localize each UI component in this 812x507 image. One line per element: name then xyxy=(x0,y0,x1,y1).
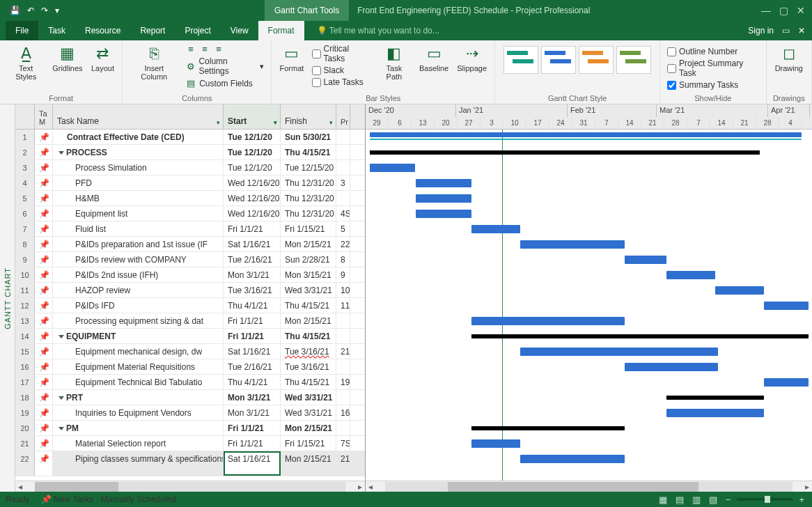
row-number[interactable]: 2 xyxy=(15,145,35,159)
header-predecessors[interactable]: Pr xyxy=(336,104,350,129)
task-mode-cell[interactable]: 📌 xyxy=(35,298,53,313)
qat-dropdown-icon[interactable]: ▾ xyxy=(52,4,62,17)
finish-cell[interactable]: Thu 4/15/21 xyxy=(281,298,336,313)
task-bar[interactable] xyxy=(471,317,625,325)
start-cell[interactable]: Fri 1/1/21 xyxy=(224,421,281,435)
table-row[interactable]: 1📌Contract Effective Date (CED)Tue 12/1/… xyxy=(15,130,365,145)
table-row[interactable]: 17📌Equipment Technical Bid TabulatioThu … xyxy=(15,375,365,390)
row-number[interactable]: 18 xyxy=(15,390,35,405)
scroll-left-icon[interactable]: ◂ xyxy=(15,482,25,492)
collapse-icon[interactable] xyxy=(58,396,64,400)
row-number[interactable]: 20 xyxy=(15,421,35,435)
predecessors-cell[interactable]: 21 xyxy=(336,344,350,359)
predecessors-cell[interactable]: 19 xyxy=(336,375,350,389)
task-name-cell[interactable]: Piping classes summary & specifications xyxy=(53,451,224,476)
start-cell[interactable]: Thu 4/1/21 xyxy=(224,298,281,313)
view-normal-icon[interactable]: ▦ xyxy=(657,494,669,505)
task-name-cell[interactable]: EQUIPMENT xyxy=(53,329,224,343)
predecessors-cell[interactable] xyxy=(336,329,350,343)
table-row[interactable]: 6📌Equipment listWed 12/16/20Thu 12/31/20… xyxy=(15,206,365,221)
predecessors-cell[interactable]: 22 xyxy=(336,237,350,251)
task-bar[interactable] xyxy=(520,455,625,463)
gantt-style-option[interactable] xyxy=(616,46,651,74)
task-bar[interactable] xyxy=(764,302,809,310)
row-number[interactable]: 1 xyxy=(15,130,35,144)
task-bar[interactable] xyxy=(520,348,718,356)
text-styles-button[interactable]: A̲Text Styles xyxy=(6,43,46,82)
tab-view[interactable]: View xyxy=(221,21,258,40)
timescale-header[interactable]: Dec '20Jan '21Feb '21Mar '21Apr '21 2961… xyxy=(366,104,812,130)
drawing-button[interactable]: ◻Drawing xyxy=(772,43,806,74)
row-number[interactable]: 13 xyxy=(15,313,35,328)
table-row[interactable]: 22📌Piping classes summary & specificatio… xyxy=(15,451,365,476)
task-name-cell[interactable]: Equipment list xyxy=(53,206,224,221)
task-name-cell[interactable]: Inquiries to Equipment Vendors xyxy=(53,405,224,420)
zoom-slider[interactable] xyxy=(737,498,793,501)
row-number[interactable]: 16 xyxy=(15,359,35,374)
task-mode-cell[interactable]: 📌 xyxy=(35,145,53,159)
predecessors-cell[interactable] xyxy=(336,359,350,374)
table-row[interactable]: 20📌PMFri 1/1/21Mon 2/15/21 xyxy=(15,421,365,436)
start-cell[interactable]: Mon 3/1/21 xyxy=(224,405,281,420)
chart-scrollbar[interactable]: ◂ ▸ xyxy=(366,481,812,492)
start-cell[interactable]: Fri 1/1/21 xyxy=(224,313,281,328)
filter-icon[interactable]: ▾ xyxy=(274,119,277,126)
gantt-chart[interactable]: Dec '20Jan '21Feb '21Mar '21Apr '21 2961… xyxy=(366,104,812,492)
task-name-cell[interactable]: Equipment Technical Bid Tabulatio xyxy=(53,375,224,389)
table-row[interactable]: 2📌PROCESSTue 12/1/20Thu 4/15/21 xyxy=(15,145,365,160)
custom-fields-button[interactable]: ▤Custom Fields xyxy=(184,77,265,89)
redo-icon[interactable]: ↷ xyxy=(38,4,51,17)
maximize-icon[interactable]: ▢ xyxy=(779,5,788,16)
finish-cell[interactable]: Mon 2/15/21 xyxy=(281,237,336,251)
table-row[interactable]: 11📌HAZOP reviewTue 3/16/21Wed 3/31/2110 xyxy=(15,283,365,298)
outline-number-checkbox[interactable]: Outline Number xyxy=(666,46,760,57)
table-row[interactable]: 19📌Inquiries to Equipment VendorsMon 3/1… xyxy=(15,405,365,421)
task-name-cell[interactable]: HAZOP review xyxy=(53,283,224,297)
start-cell[interactable]: Wed 12/16/20 xyxy=(224,206,281,221)
align-left-button[interactable]: ≡≡≡ xyxy=(184,43,265,55)
task-name-cell[interactable]: Equipment Material Requisitions xyxy=(53,359,224,374)
row-number[interactable]: 11 xyxy=(15,283,35,297)
finish-cell[interactable]: Sun 5/30/21 xyxy=(281,130,336,144)
column-settings-button[interactable]: ⚙Column Settings ▾ xyxy=(184,56,265,77)
tab-project[interactable]: Project xyxy=(175,21,220,40)
table-row[interactable]: 16📌Equipment Material RequisitionsTue 2/… xyxy=(15,359,365,375)
task-name-cell[interactable]: Process Simulation xyxy=(53,160,224,175)
task-name-cell[interactable]: Material Selection report xyxy=(53,436,224,451)
predecessors-cell[interactable]: 21 xyxy=(336,451,350,476)
predecessors-cell[interactable]: 11 xyxy=(336,298,350,313)
table-row[interactable]: 9📌P&IDs review with COMPANYTue 2/16/21Su… xyxy=(15,252,365,267)
task-name-cell[interactable]: PROCESS xyxy=(53,145,224,159)
scroll-right-icon[interactable]: ▸ xyxy=(802,482,812,492)
start-cell[interactable]: Tue 2/16/21 xyxy=(224,359,281,374)
predecessors-cell[interactable] xyxy=(336,421,350,435)
gantt-style-option[interactable] xyxy=(541,46,576,74)
predecessors-cell[interactable] xyxy=(336,160,350,175)
task-bar[interactable] xyxy=(625,256,666,264)
row-number[interactable]: 10 xyxy=(15,267,35,282)
gantt-style-option[interactable] xyxy=(503,46,538,74)
zoom-out-icon[interactable]: − xyxy=(724,494,733,505)
finish-cell[interactable]: Fri 1/15/21 xyxy=(281,436,336,451)
task-name-cell[interactable]: P&IDs review with COMPANY xyxy=(53,252,224,267)
start-cell[interactable]: Tue 12/1/20 xyxy=(224,130,281,144)
tab-task[interactable]: Task xyxy=(38,21,75,40)
table-row[interactable]: 13📌Processing equipment sizing & datFri … xyxy=(15,313,365,329)
task-bar[interactable] xyxy=(471,225,520,233)
finish-cell[interactable]: Thu 12/31/20 xyxy=(281,206,336,221)
table-row[interactable]: 18📌PRTMon 3/1/21Wed 3/31/21 xyxy=(15,390,365,405)
predecessors-cell[interactable]: 7S xyxy=(336,436,350,451)
task-name-cell[interactable]: Equipment mechanical design, dw xyxy=(53,344,224,359)
task-mode-cell[interactable]: 📌 xyxy=(35,267,53,282)
gridlines-button[interactable]: ▦Gridlines xyxy=(50,43,84,74)
header-rownum[interactable] xyxy=(15,104,35,129)
start-cell[interactable]: Sat 1/16/21 xyxy=(224,237,281,251)
predecessors-cell[interactable] xyxy=(336,130,350,144)
table-row[interactable]: 12📌P&IDs IFDThu 4/1/21Thu 4/15/2111 xyxy=(15,298,365,313)
table-row[interactable]: 10📌P&IDs 2nd issue (IFH)Mon 3/1/21Mon 3/… xyxy=(15,267,365,283)
start-cell[interactable]: Tue 3/16/21 xyxy=(224,283,281,297)
dropdown-icon[interactable]: ▾ xyxy=(329,119,333,126)
table-row[interactable]: 7📌Fluid listFri 1/1/21Fri 1/15/215 xyxy=(15,221,365,237)
task-mode-cell[interactable]: 📌 xyxy=(35,359,53,374)
start-cell[interactable]: Tue 12/1/20 xyxy=(224,145,281,159)
